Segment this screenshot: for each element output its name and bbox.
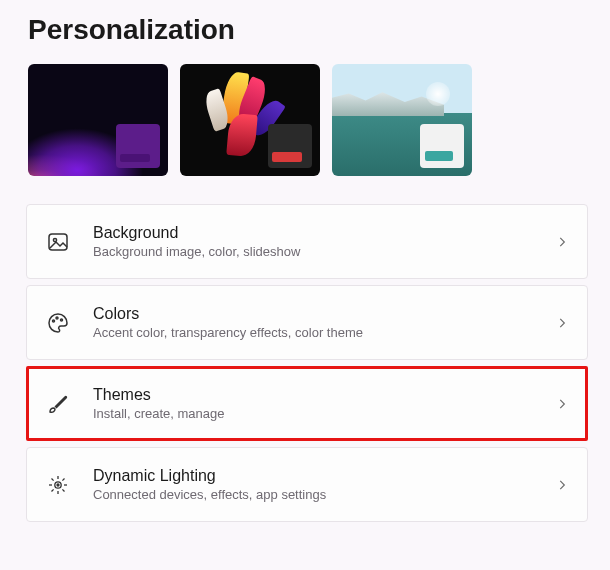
chevron-right-icon — [555, 316, 569, 330]
svg-rect-0 — [49, 234, 67, 250]
background-title: Background — [93, 224, 555, 242]
themes-subtitle: Install, create, manage — [93, 406, 555, 421]
settings-cards: Background Background image, color, slid… — [26, 204, 588, 522]
svg-line-11 — [52, 478, 54, 480]
svg-point-4 — [61, 319, 63, 321]
svg-point-2 — [53, 320, 55, 322]
lighting-icon — [45, 472, 71, 498]
svg-line-12 — [62, 489, 64, 491]
svg-line-13 — [52, 489, 54, 491]
background-card[interactable]: Background Background image, color, slid… — [26, 204, 588, 279]
page-title: Personalization — [28, 14, 610, 46]
chevron-right-icon — [555, 235, 569, 249]
colors-card[interactable]: Colors Accent color, transparency effect… — [26, 285, 588, 360]
palette-icon — [45, 310, 71, 336]
image-icon — [45, 229, 71, 255]
svg-line-14 — [62, 478, 64, 480]
chevron-right-icon — [555, 397, 569, 411]
dynamic-lighting-title: Dynamic Lighting — [93, 467, 555, 485]
colors-subtitle: Accent color, transparency effects, colo… — [93, 325, 555, 340]
theme-option-1[interactable] — [28, 64, 168, 176]
chevron-right-icon — [555, 478, 569, 492]
theme-option-2[interactable] — [180, 64, 320, 176]
svg-point-6 — [57, 484, 59, 486]
theme-option-3[interactable] — [332, 64, 472, 176]
theme-thumbnails-row — [28, 64, 610, 176]
themes-title: Themes — [93, 386, 555, 404]
brush-icon — [45, 391, 71, 417]
dynamic-lighting-card[interactable]: Dynamic Lighting Connected devices, effe… — [26, 447, 588, 522]
themes-card[interactable]: Themes Install, create, manage — [26, 366, 588, 441]
colors-title: Colors — [93, 305, 555, 323]
svg-point-3 — [56, 317, 58, 319]
dynamic-lighting-subtitle: Connected devices, effects, app settings — [93, 487, 555, 502]
background-subtitle: Background image, color, slideshow — [93, 244, 555, 259]
